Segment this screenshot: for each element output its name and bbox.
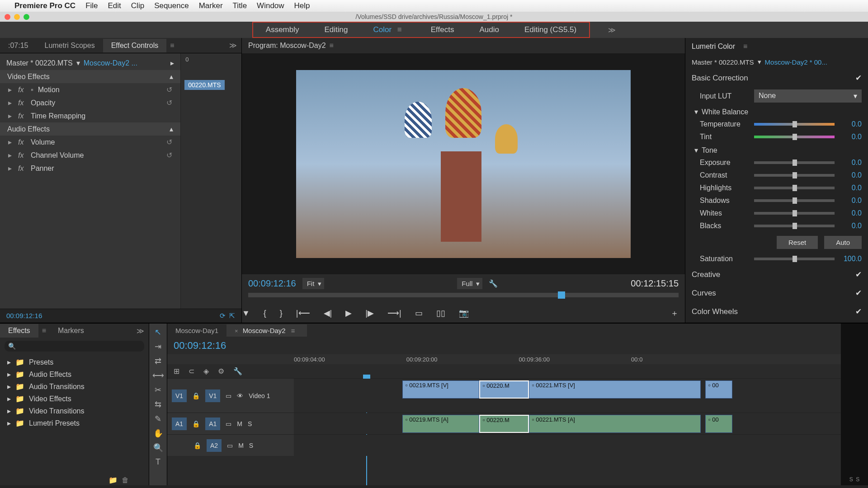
minimize-window-icon[interactable]: [14, 14, 20, 20]
tone-whites-slider[interactable]: [754, 212, 835, 215]
tab-lumetri-scopes[interactable]: Lumetri Scopes: [36, 39, 103, 52]
menu-file[interactable]: File: [85, 1, 98, 10]
sequence-tab-day1[interactable]: Moscow-Day1: [167, 324, 226, 337]
app-name[interactable]: Premiere Pro CC: [14, 1, 75, 10]
tone-header[interactable]: Tone: [702, 146, 717, 155]
go-to-out-icon[interactable]: ⟶|: [387, 308, 401, 318]
panel-menu-icon[interactable]: ≡: [743, 42, 747, 51]
effects-folder-audio-transitions[interactable]: ▸📁Audio Transitions: [5, 380, 144, 393]
timeline-clip[interactable]: ▫ 00219.MTS [V]: [402, 380, 479, 399]
panel-overflow-icon[interactable]: ≫: [229, 41, 237, 50]
step-back-icon[interactable]: ◀|: [324, 308, 332, 318]
slip-tool-icon[interactable]: ⇆: [155, 399, 161, 409]
effects-folder-presets[interactable]: ▸📁Presets: [5, 356, 144, 368]
marker-icon[interactable]: ◈: [203, 367, 209, 375]
sequence-tab-day2[interactable]: ×Moscow-Day2 ≡: [226, 324, 307, 337]
loop-icon[interactable]: ⟳: [220, 312, 226, 319]
timeline-clip[interactable]: ▫ 00221.MTS [V]: [529, 380, 701, 399]
timeline-clip[interactable]: ▫ 00219.MTS [A]: [402, 415, 479, 433]
source-patch-v1[interactable]: V1: [172, 389, 187, 402]
step-forward-icon[interactable]: |▶: [365, 308, 374, 318]
menu-help[interactable]: Help: [294, 1, 310, 10]
section-toggle[interactable]: ✔: [855, 307, 862, 316]
lock-icon[interactable]: 🔒: [192, 420, 200, 427]
input-lut-dropdown[interactable]: None▾: [754, 89, 862, 103]
export-icon[interactable]: ⇱: [229, 312, 235, 319]
effect-channel-volume[interactable]: ▸fxChannel Volume↺: [0, 149, 180, 162]
effect-panner[interactable]: ▸fxPanner: [0, 162, 180, 175]
tone-exposure-value[interactable]: 0.0: [839, 159, 862, 167]
ec-timecode[interactable]: 00:09:12:16: [6, 312, 42, 320]
linked-selection-icon[interactable]: ⊂: [189, 367, 194, 375]
lock-icon[interactable]: 🔒: [193, 442, 201, 449]
export-frame-icon[interactable]: 📷: [459, 308, 469, 318]
ripple-edit-tool-icon[interactable]: ⇄: [155, 356, 161, 366]
reset-icon[interactable]: ↺: [166, 151, 172, 160]
effect-motion[interactable]: ▸fx▫Motion↺: [0, 83, 180, 96]
menu-sequence[interactable]: Sequence: [154, 1, 189, 10]
extract-icon[interactable]: ▯▯: [436, 308, 445, 318]
workspace-menu-icon[interactable]: ≡: [397, 25, 402, 34]
new-bin-icon[interactable]: 📁: [108, 476, 118, 484]
panel-menu-icon[interactable]: ≡: [42, 327, 46, 335]
effect-time-remapping[interactable]: ▸fxTime Remapping: [0, 109, 180, 122]
saturation-value[interactable]: 100.0: [839, 255, 862, 263]
effect-opacity[interactable]: ▸fxOpacity↺: [0, 96, 180, 109]
menu-edit[interactable]: Edit: [108, 1, 121, 10]
tab-source-tc[interactable]: :07:15: [0, 39, 36, 52]
toggle-output-icon[interactable]: ▭: [227, 442, 233, 449]
mark-out-icon[interactable]: }: [280, 309, 283, 318]
toggle-output-icon[interactable]: ▭: [226, 420, 231, 427]
ec-master-clip[interactable]: Master * 00220.MTS: [6, 59, 73, 67]
hand-tool-icon[interactable]: ✋: [153, 428, 163, 438]
snap-icon[interactable]: ⊞: [174, 367, 179, 375]
auto-button[interactable]: Auto: [824, 236, 862, 249]
tone-contrast-slider[interactable]: [754, 174, 835, 177]
play-icon[interactable]: ▶: [345, 308, 352, 318]
lumetri-sequence-link[interactable]: Moscow-Day2 * 00...: [765, 58, 827, 66]
tint-value[interactable]: 0.0: [839, 133, 862, 141]
tone-contrast-value[interactable]: 0.0: [839, 171, 862, 179]
panel-menu-icon[interactable]: ≡: [170, 42, 174, 50]
tab-effects[interactable]: Effects: [0, 324, 38, 338]
timeline-clip[interactable]: ▫ 00: [705, 380, 732, 399]
effects-folder-video-effects[interactable]: ▸📁Video Effects: [5, 393, 144, 405]
panel-menu-icon[interactable]: ≡: [330, 42, 334, 50]
zoom-fit-dropdown[interactable]: Fit: [302, 278, 325, 289]
tone-shadows-slider[interactable]: [754, 199, 835, 202]
effects-folder-audio-effects[interactable]: ▸📁Audio Effects: [5, 368, 144, 380]
ec-clip-chip[interactable]: 00220.MTS: [184, 80, 224, 90]
temperature-value[interactable]: 0.0: [839, 120, 862, 128]
workspace-editing-cs55[interactable]: Editing (CS5.5): [512, 23, 589, 37]
reset-icon[interactable]: ↺: [166, 138, 172, 146]
workspace-color[interactable]: Color ≡: [360, 23, 418, 37]
add-marker-icon[interactable]: ▼: [242, 309, 250, 318]
menu-clip[interactable]: Clip: [131, 1, 144, 10]
tone-shadows-value[interactable]: 0.0: [839, 197, 862, 205]
temperature-slider[interactable]: [754, 123, 835, 126]
effects-folder-video-transitions[interactable]: ▸📁Video Transitions: [5, 405, 144, 417]
selection-tool-icon[interactable]: ↖: [155, 327, 161, 337]
toggle-output-icon[interactable]: ▭: [226, 392, 231, 399]
workspace-overflow-icon[interactable]: ≫: [608, 26, 616, 34]
tab-effect-controls[interactable]: Effect Controls: [103, 39, 167, 52]
tone-highlights-value[interactable]: 0.0: [839, 184, 862, 192]
chevron-down-icon[interactable]: ▾: [694, 146, 698, 155]
chevron-down-icon[interactable]: ▾: [694, 108, 698, 116]
workspace-effects[interactable]: Effects: [418, 23, 467, 37]
workspace-assembly[interactable]: Assembly: [253, 23, 312, 37]
pen-tool-icon[interactable]: ✎: [155, 414, 161, 424]
collapse-icon[interactable]: ▴: [170, 72, 173, 81]
panel-overflow-icon[interactable]: ≫: [137, 327, 144, 335]
track-select-tool-icon[interactable]: ⇥: [155, 342, 161, 352]
go-to-in-icon[interactable]: |⟵: [296, 308, 310, 318]
source-patch-a1[interactable]: A1: [172, 418, 187, 430]
timeline-clip[interactable]: ▫ 00220.M: [479, 380, 529, 399]
workspace-editing[interactable]: Editing: [312, 23, 361, 37]
wrench-icon[interactable]: 🔧: [233, 367, 242, 375]
eye-icon[interactable]: 👁: [237, 392, 243, 399]
tone-whites-value[interactable]: 0.0: [839, 209, 862, 217]
effects-search-input[interactable]: 🔍: [5, 341, 144, 352]
timeline-clip[interactable]: ▫ 00220.M: [479, 415, 529, 433]
zoom-window-icon[interactable]: [24, 14, 29, 20]
